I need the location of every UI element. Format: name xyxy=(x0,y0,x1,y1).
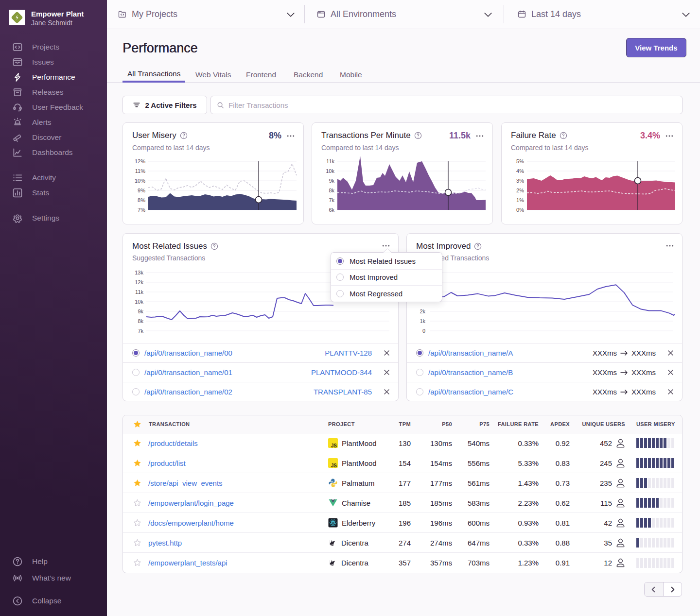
svg-text:5%: 5% xyxy=(516,158,524,164)
svg-text:13k: 13k xyxy=(135,270,143,275)
svg-text:11k: 11k xyxy=(135,289,143,295)
svg-text:10%: 10% xyxy=(135,178,145,184)
svg-text:4%: 4% xyxy=(516,168,524,174)
svg-text:12k: 12k xyxy=(135,279,143,285)
svg-text:6k: 6k xyxy=(329,207,334,213)
svg-text:1k: 1k xyxy=(420,318,425,324)
svg-text:8%: 8% xyxy=(138,197,145,203)
svg-text:10k: 10k xyxy=(326,168,334,174)
svg-text:2k: 2k xyxy=(420,308,425,314)
svg-text:12%: 12% xyxy=(135,158,145,164)
svg-text:3%: 3% xyxy=(516,178,524,184)
svg-text:11k: 11k xyxy=(326,158,334,164)
svg-text:7k: 7k xyxy=(138,328,143,334)
svg-text:7k: 7k xyxy=(329,197,334,203)
svg-text:8k: 8k xyxy=(138,318,143,324)
svg-text:0: 0 xyxy=(422,328,425,334)
svg-text:1%: 1% xyxy=(516,197,524,203)
svg-text:10k: 10k xyxy=(135,299,143,305)
svg-text:9k: 9k xyxy=(329,178,334,184)
svg-text:9%: 9% xyxy=(138,188,145,193)
svg-text:7%: 7% xyxy=(138,207,145,213)
svg-text:8k: 8k xyxy=(329,188,334,193)
svg-text:11%: 11% xyxy=(135,168,145,174)
svg-text:0%: 0% xyxy=(516,207,524,213)
svg-text:2%: 2% xyxy=(516,188,524,193)
svg-text:9k: 9k xyxy=(138,308,143,314)
